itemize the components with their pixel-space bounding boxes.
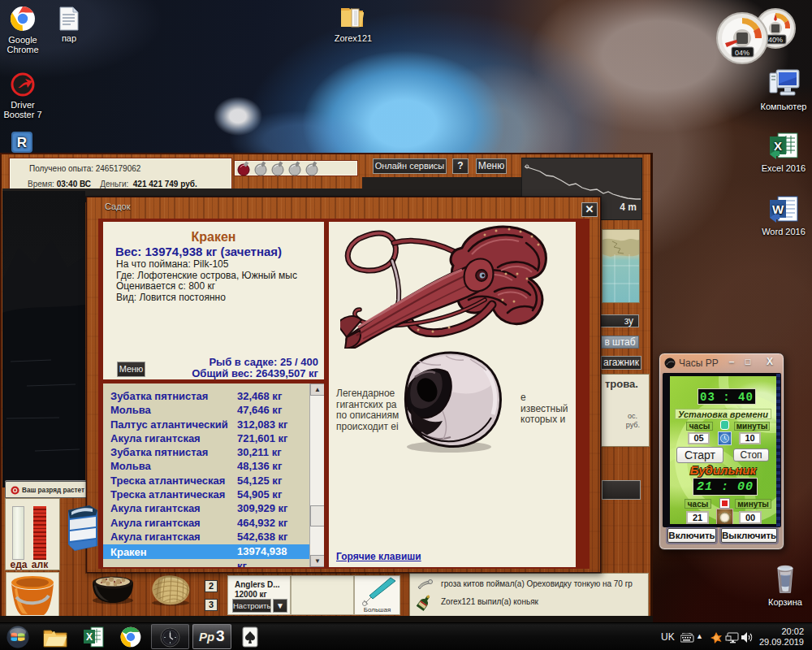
svg-text:R: R: [17, 135, 27, 150]
svg-text:04%: 04%: [735, 49, 749, 57]
svg-text:W: W: [772, 202, 784, 216]
svg-text:X: X: [86, 631, 93, 643]
svg-text:40%: 40%: [768, 36, 783, 44]
